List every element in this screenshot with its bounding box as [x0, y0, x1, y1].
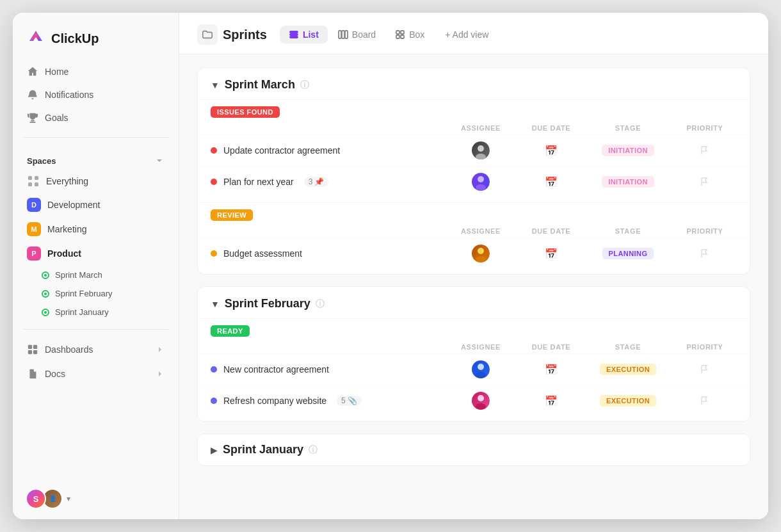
sidebar-item-development[interactable]: D Development: [20, 193, 171, 217]
add-view-button[interactable]: + Add view: [437, 26, 496, 44]
footer-avatars: S 👤: [26, 488, 63, 509]
col-assignee-2: ASSIGNEE: [442, 227, 519, 235]
svg-rect-5: [35, 182, 38, 186]
flag-icon-2: [700, 177, 710, 187]
chevron-down-icon[interactable]: [154, 156, 165, 166]
svg-rect-13: [33, 345, 37, 349]
sidebar-item-goals[interactable]: Goals: [20, 106, 171, 129]
sprint-february-chevron[interactable]: ▼: [211, 299, 220, 309]
sidebar-item-goals-label: Goals: [45, 113, 68, 123]
svg-rect-17: [290, 34, 298, 35]
tab-list[interactable]: List: [280, 26, 328, 44]
calendar-icon-2: 📅: [545, 176, 558, 188]
sidebar-item-notifications[interactable]: Notifications: [20, 83, 171, 106]
sprint-section-february: ▼ Sprint February ⓘ READY ASSIGNEE DUE D…: [197, 286, 750, 422]
svg-rect-3: [35, 176, 38, 180]
svg-rect-18: [290, 36, 298, 38]
task-row-new-contractor[interactable]: New contractor agreement 📅: [198, 353, 750, 385]
svg-rect-20: [342, 31, 344, 38]
sprint-dot-icon-3: [41, 308, 50, 317]
view-tabs: List Board: [280, 26, 496, 44]
task-duedate-2: 📅: [519, 176, 583, 188]
sprint-january-info[interactable]: ⓘ: [309, 444, 318, 456]
avatar-person1: [472, 141, 490, 159]
sidebar-footer: S 👤 ▾: [13, 478, 179, 519]
task-duedate-refresh-website: 📅: [519, 395, 583, 407]
sidebar-item-marketing-label: Marketing: [47, 224, 86, 234]
svg-rect-25: [401, 35, 404, 38]
sidebar-item-everything-label: Everything: [46, 176, 88, 186]
col-duedate-2b: DUE DATE: [519, 227, 583, 235]
sprint-march-info[interactable]: ⓘ: [300, 79, 309, 91]
task-priority-refresh-website: [673, 396, 737, 406]
col-duedate-1: DUE DATE: [519, 124, 583, 132]
col-assignee-3: ASSIGNEE: [442, 343, 519, 351]
sidebar-item-product[interactable]: P Product: [20, 241, 171, 266]
sidebar-nav: Home Notifications Goals: [13, 60, 179, 129]
sidebar-item-everything[interactable]: Everything: [20, 170, 171, 193]
sprint-february-info[interactable]: ⓘ: [316, 298, 325, 310]
dashboards-icon: [27, 344, 38, 355]
group-ready-label-row: READY: [198, 319, 750, 341]
chevron-right-dashboards: [156, 345, 165, 354]
clickup-logo-icon: [26, 28, 46, 49]
dashboards-label: Dashboards: [45, 344, 93, 355]
task-name-plan-next-year: Plan for next year 3 📌: [211, 177, 442, 187]
avatar-person3: [472, 245, 490, 262]
task-name-refresh-website: Refresh company website 5 📎: [211, 396, 442, 406]
task-assignee-1: [442, 141, 519, 159]
sidebar-item-home-label: Home: [45, 67, 68, 77]
task-priority-2: [673, 177, 737, 187]
task-row-refresh-website[interactable]: Refresh company website 5 📎: [198, 385, 750, 416]
sprint-dot-icon: [41, 271, 50, 280]
sprint-january-chevron[interactable]: ▶: [211, 445, 218, 455]
tab-box[interactable]: Box: [386, 26, 433, 44]
avatar-caret[interactable]: ▾: [67, 494, 70, 503]
sprint-january-header[interactable]: ▶ Sprint January ⓘ: [198, 434, 750, 465]
svg-point-9: [44, 293, 47, 295]
task-row-update-contractor[interactable]: Update contractor agreement 📅: [198, 134, 750, 166]
svg-point-33: [476, 372, 486, 378]
svg-rect-15: [33, 350, 37, 354]
sidebar-item-marketing[interactable]: M Marketing: [20, 217, 171, 241]
logo[interactable]: ClickUp: [13, 13, 179, 60]
group-ready: READY ASSIGNEE DUE DATE STAGE PRIORITY N…: [198, 318, 750, 421]
col-task-3: [211, 343, 442, 351]
sidebar-item-docs[interactable]: Docs: [20, 362, 171, 386]
task-dot-blue-1: [211, 366, 217, 373]
sidebar-sprint-january[interactable]: Sprint January: [20, 303, 171, 321]
col-task-2: [211, 227, 442, 235]
sidebar-sprint-february[interactable]: Sprint February: [20, 284, 171, 303]
group-review-label-row: REVIEW: [198, 203, 750, 225]
group-issues-label-row: ISSUES FOUND: [198, 100, 750, 122]
svg-rect-4: [28, 182, 32, 186]
main-content: Sprints List Board: [179, 13, 768, 519]
group-columns-1: ASSIGNEE DUE DATE STAGE PRIORITY: [198, 122, 750, 134]
task-name-update-contractor: Update contractor agreement: [211, 145, 442, 156]
tab-board[interactable]: Board: [329, 26, 385, 44]
add-view-label: + Add view: [445, 29, 488, 40]
sidebar-item-dashboards[interactable]: Dashboards: [20, 337, 171, 362]
chevron-right-docs: [156, 369, 165, 378]
task-dot-blue-2: [211, 398, 217, 404]
sidebar-sprint-march-label: Sprint March: [55, 270, 102, 280]
svg-point-34: [478, 395, 484, 401]
task-row-plan-next-year[interactable]: Plan for next year 3 📌: [198, 166, 750, 197]
task-name-new-contractor: New contractor agreement: [211, 364, 442, 375]
sidebar-item-home[interactable]: Home: [20, 60, 171, 83]
task-assignee-new-contractor: [442, 360, 519, 378]
sidebar-sprint-march[interactable]: Sprint March: [20, 266, 171, 284]
folder-icon: [202, 29, 213, 40]
list-tab-icon: [289, 29, 299, 40]
folder-icon-wrap: [197, 24, 218, 45]
sprint-section-january: ▶ Sprint January ⓘ: [197, 433, 750, 466]
group-columns-2: ASSIGNEE DUE DATE STAGE PRIORITY: [198, 225, 750, 238]
group-badge-review: REVIEW: [211, 209, 253, 221]
flag-icon-4: [700, 364, 710, 375]
task-stage-budget: PLANNING: [583, 248, 673, 259]
col-task: [211, 124, 442, 132]
task-row-budget[interactable]: Budget assessment 📅: [198, 238, 750, 269]
sprint-march-chevron[interactable]: ▼: [211, 80, 220, 90]
avatar-user1[interactable]: S: [26, 488, 46, 509]
marketing-badge: M: [27, 222, 41, 236]
